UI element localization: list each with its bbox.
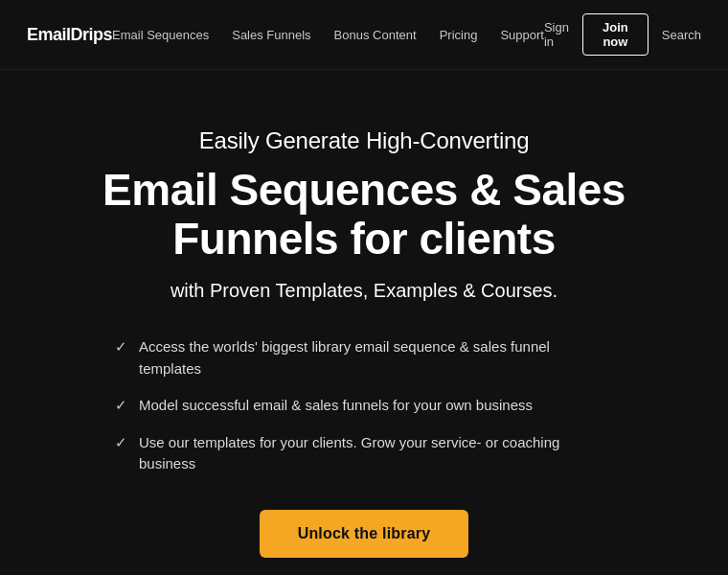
nav-item-sales-funnels[interactable]: Sales Funnels — [232, 26, 310, 43]
nav-link-email-sequences[interactable]: Email Sequences — [112, 28, 209, 42]
nav-item-email-sequences[interactable]: Email Sequences — [112, 26, 209, 43]
nav-link-bonus-content[interactable]: Bonus Content — [334, 28, 417, 42]
nav-links: Email Sequences Sales Funnels Bonus Cont… — [112, 26, 544, 43]
nav-item-pricing[interactable]: Pricing — [440, 26, 478, 43]
join-now-button[interactable]: Join now — [582, 13, 648, 56]
features-list: ✓ Access the worlds' biggest library ema… — [115, 336, 613, 475]
feature-item-2: ✓ Model successful email & sales funnels… — [115, 395, 613, 417]
hero-tagline: with Proven Templates, Examples & Course… — [77, 280, 651, 302]
logo: EmailDrips — [27, 25, 112, 45]
cta-section: Unlock the library ★ ★ ★ ★ ★ 4.8 based o… — [77, 510, 651, 575]
feature-text-3: Use our templates for your clients. Grow… — [139, 432, 613, 475]
checkmark-icon-1: ✓ — [115, 338, 127, 356]
nav-link-support[interactable]: Support — [500, 28, 544, 42]
search-link[interactable]: Search — [662, 28, 701, 42]
hero-title: Email Sequences & Sales Funnels for clie… — [77, 166, 651, 263]
nav-item-support[interactable]: Support — [500, 26, 544, 43]
feature-text-2: Model successful email & sales funnels f… — [139, 395, 533, 417]
logo-text: EmailDrips — [27, 25, 112, 44]
checkmark-icon-3: ✓ — [115, 434, 127, 451]
navbar: EmailDrips Email Sequences Sales Funnels… — [0, 0, 728, 70]
nav-link-sales-funnels[interactable]: Sales Funnels — [232, 28, 310, 42]
nav-item-bonus-content[interactable]: Bonus Content — [334, 26, 417, 43]
checkmark-icon-2: ✓ — [115, 397, 127, 414]
unlock-library-button[interactable]: Unlock the library — [260, 510, 469, 558]
signin-link[interactable]: Sign in — [544, 20, 569, 49]
feature-text-1: Access the worlds' biggest library email… — [139, 336, 613, 380]
hero-section: Easily Generate High-Converting Email Se… — [0, 70, 728, 575]
nav-link-pricing[interactable]: Pricing — [440, 28, 478, 42]
feature-item-3: ✓ Use our templates for your clients. Gr… — [115, 432, 613, 475]
nav-actions: Sign in Join now Search — [544, 13, 701, 56]
hero-subtitle: Easily Generate High-Converting — [77, 127, 651, 154]
feature-item-1: ✓ Access the worlds' biggest library ema… — [115, 336, 613, 380]
